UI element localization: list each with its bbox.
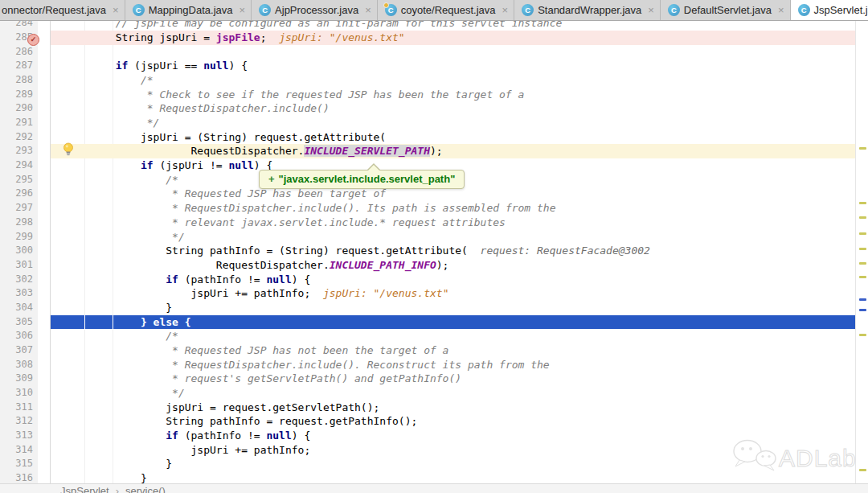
line-number[interactable]: 293 [0, 144, 33, 158]
close-icon[interactable]: × [239, 4, 245, 16]
code-line-303[interactable]: 303 jspUri += pathInfo; jspUri: "/venus.… [0, 286, 855, 301]
code-text: */ [65, 386, 185, 401]
code-text: if (jspUri != null) { [65, 158, 272, 173]
code-line-290[interactable]: 290 * RequestDispatcher.include() [0, 101, 855, 116]
code-line-298[interactable]: 298 * relevant javax.servlet.include.* r… [0, 216, 855, 230]
verified-breakpoint-icon[interactable]: ✓ [27, 34, 39, 46]
code-line-308[interactable]: 308 * RequestDispatcher.include(). Recon… [0, 358, 855, 372]
line-number[interactable]: 296 [0, 187, 33, 201]
code-text: /* [65, 173, 178, 187]
line-number[interactable]: 308 [0, 358, 33, 372]
line-number[interactable]: 310 [0, 386, 33, 401]
tab-onnector-request-java[interactable]: onnector/Request.java× [0, 0, 125, 20]
line-number[interactable]: 315 [0, 457, 33, 471]
close-icon[interactable]: × [502, 4, 509, 16]
code-line-311[interactable]: 311 jspUri = request.getServletPath(); [0, 401, 855, 415]
tab-label: DefaultServlet.java [684, 4, 772, 16]
stripe-mark-warning[interactable] [859, 262, 866, 265]
code-line-297[interactable]: 297 * RequestDispatcher.include(). Its p… [0, 201, 855, 216]
tab-mappingdata-java[interactable]: CMappingData.java× [125, 0, 252, 20]
tab-defaultservlet-java[interactable]: CDefaultServlet.java× [661, 0, 791, 20]
error-stripe-scrollbar[interactable] [855, 21, 868, 483]
line-number[interactable]: 300 [0, 244, 33, 258]
close-icon[interactable]: × [113, 4, 119, 16]
line-number[interactable]: 316 [0, 471, 33, 483]
line-number[interactable]: 312 [0, 414, 33, 429]
line-number[interactable]: 305 [0, 315, 33, 330]
line-number[interactable]: 307 [0, 343, 33, 358]
stripe-mark-caret[interactable] [859, 309, 866, 311]
editor[interactable]: 284 // jspFile may be configured as an i… [0, 21, 868, 483]
line-number[interactable]: 295 [0, 173, 33, 187]
line-number[interactable]: 309 [0, 372, 33, 386]
code-line-292[interactable]: 292 jspUri = (String) request.getAttribu… [0, 130, 855, 145]
tab-coyote-request-java[interactable]: Ccoyote/Request.java× [378, 0, 514, 20]
line-number[interactable]: 294 [0, 158, 33, 173]
line-number[interactable]: 311 [0, 401, 33, 415]
code-line-285[interactable]: 285 String jspUri = jspFile; jspUri: "/v… [0, 31, 855, 45]
code-line-302[interactable]: 302 if (pathInfo != null) { [0, 273, 855, 287]
code-line-286[interactable]: 286 [0, 45, 855, 60]
code-text: * relevant javax.servlet.include.* reque… [65, 216, 506, 230]
code-text: */ [65, 116, 159, 130]
tab-standardwrapper-java[interactable]: CStandardWrapper.java× [514, 0, 661, 20]
code-line-307[interactable]: 307 * Requested JSP has not been the tar… [0, 343, 855, 358]
code-line-309[interactable]: 309 * request's getServletPath() and get… [0, 372, 855, 386]
code-line-301[interactable]: 301 RequestDispatcher.INCLUDE_PATH_INFO)… [0, 258, 855, 273]
stripe-mark-caret[interactable] [859, 298, 866, 301]
close-icon[interactable]: × [365, 4, 371, 16]
code-line-296[interactable]: 296 * Requested JSP has been target of [0, 187, 855, 201]
stripe-mark-warning[interactable] [859, 334, 866, 336]
tab-ajpprocessor-java[interactable]: CAjpProcessor.java× [252, 0, 378, 20]
code-line-287[interactable]: 287 if (jspUri == null) { [0, 59, 855, 73]
code-line-288[interactable]: 288 /* [0, 73, 855, 88]
line-number[interactable]: 306 [0, 329, 33, 343]
code-line-284[interactable]: 284 // jspFile may be configured as an i… [0, 21, 855, 31]
line-number[interactable]: 288 [0, 73, 33, 88]
line-number[interactable]: 297 [0, 201, 33, 216]
code-line-300[interactable]: 300 String pathInfo = (String) request.g… [0, 244, 855, 258]
line-number[interactable]: 292 [0, 130, 33, 145]
line-number[interactable]: 286 [0, 45, 33, 60]
breadcrumb-file[interactable]: JspServlet [60, 485, 109, 493]
code-line-306[interactable]: 306 /* [0, 329, 855, 343]
line-number[interactable]: 284 [0, 21, 33, 31]
line-number[interactable]: 289 [0, 88, 33, 102]
code-line-299[interactable]: 299 */ [0, 230, 855, 244]
line-number[interactable]: 301 [0, 258, 33, 273]
line-number[interactable]: 314 [0, 443, 33, 458]
code-line-310[interactable]: 310 */ [0, 386, 855, 401]
stripe-mark-warning[interactable] [859, 202, 866, 204]
stripe-mark-warning[interactable] [859, 232, 866, 235]
code-line-291[interactable]: 291 */ [0, 116, 855, 130]
stripe-mark-warning[interactable] [859, 216, 866, 219]
breadcrumb-method[interactable]: service() [125, 485, 166, 493]
code-line-305[interactable]: 305 } else { [0, 315, 855, 330]
line-number[interactable]: 313 [0, 429, 33, 443]
line-number[interactable]: 290 [0, 101, 33, 116]
tab-jspservlet-java[interactable]: CJspServlet.java× [791, 0, 868, 20]
code-text: /* [65, 329, 178, 343]
tab-label: coyote/Request.java [401, 4, 496, 16]
line-number[interactable]: 303 [0, 286, 33, 301]
line-number[interactable]: 302 [0, 273, 33, 287]
code-line-293[interactable]: 293 RequestDispatcher.INCLUDE_SERVLET_PA… [0, 144, 855, 158]
line-number[interactable]: 287 [0, 59, 33, 73]
code-line-304[interactable]: 304 } [0, 301, 855, 315]
stripe-mark-warning[interactable] [859, 147, 866, 150]
line-number[interactable]: 299 [0, 230, 33, 244]
code-text: * Requested JSP has been target of [65, 187, 386, 201]
intention-bulb-icon[interactable] [63, 142, 74, 156]
line-number[interactable]: 304 [0, 301, 33, 315]
code-line-312[interactable]: 312 String pathInfo = request.getPathInf… [0, 414, 855, 429]
stripe-mark-warning[interactable] [859, 276, 866, 278]
close-icon[interactable]: × [778, 4, 784, 16]
stripe-mark-warning[interactable] [859, 248, 866, 250]
line-number[interactable]: 298 [0, 216, 33, 230]
line-number[interactable]: 291 [0, 116, 33, 130]
indent-guide [84, 315, 85, 330]
close-icon[interactable]: × [648, 4, 654, 16]
code-text: jspUri += pathInfo; jspUri: "/venus.txt" [65, 286, 448, 301]
code-text: String pathInfo = request.getPathInfo(); [65, 414, 417, 429]
code-line-289[interactable]: 289 * Check to see if the requested JSP … [0, 88, 855, 102]
